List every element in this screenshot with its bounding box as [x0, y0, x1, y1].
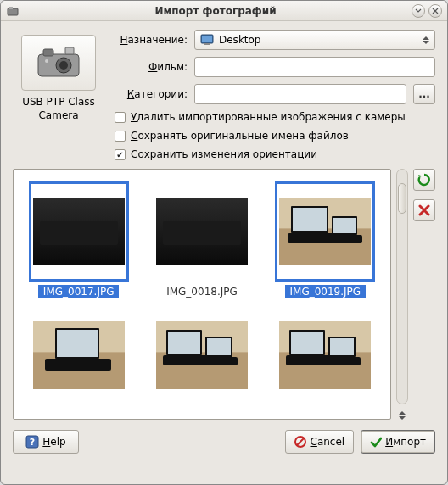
svg-point-7 [45, 59, 48, 63]
thumbnail-image [152, 181, 252, 282]
checkbox-icon [115, 131, 126, 142]
svg-text:?: ? [30, 437, 35, 448]
option-keep-orientation-row[interactable]: ✔ Сохранить изменения ориентации [115, 148, 435, 160]
thumbnail-caption: IMG_0016.JPG [285, 169, 367, 171]
svg-point-6 [59, 61, 68, 70]
option-keep-names-label: Сохранять оригинальные имена файлов [131, 130, 349, 142]
delete-icon [418, 204, 430, 216]
thumbnail-cell[interactable]: IMG_0015.JPG [143, 169, 260, 175]
checkbox-icon [115, 112, 126, 123]
categories-browse-button[interactable]: ... [413, 84, 435, 104]
svg-rect-0 [8, 8, 18, 15]
destination-combo[interactable]: Desktop [194, 30, 435, 50]
thumbnail-cell[interactable]: S6305505.JPG [20, 169, 137, 175]
film-label: Фильм: [115, 61, 188, 73]
cancel-icon [294, 436, 306, 448]
camera-icon [35, 46, 82, 80]
minimize-button[interactable] [412, 4, 425, 18]
titlebar: Импорт фотографий [1, 1, 447, 21]
thumbnail-frame: S6305505.JPG IMG_0015.JPG IMG_0016.JPG I… [13, 169, 391, 420]
thumbnail-cell[interactable] [143, 305, 260, 405]
thumbnail-cell[interactable] [267, 305, 384, 405]
option-keep-names-row[interactable]: Сохранять оригинальные имена файлов [115, 130, 435, 142]
thumbnail-image [29, 181, 129, 282]
thumbnail-caption: IMG_0015.JPG [161, 169, 243, 171]
option-delete-row[interactable]: Удалить импортированные изображения с ка… [115, 111, 435, 123]
checkbox-checked-icon: ✔ [115, 149, 126, 160]
help-button[interactable]: ? Help [13, 430, 79, 454]
thumbnail-image [29, 305, 129, 405]
thumbnail-caption: IMG_0019.JPG [285, 285, 367, 298]
dialog-content: USB PTP Class Camera Назначение: Desktop [1, 21, 447, 484]
combo-arrows-icon [423, 36, 429, 44]
desktop-icon [200, 34, 214, 46]
window-title: Импорт фотографий [20, 5, 412, 17]
form-panel: Назначение: Desktop [115, 30, 435, 160]
thumbnail-caption: S6305505.JPG [37, 169, 120, 171]
svg-rect-3 [43, 49, 53, 56]
scrollbar-thumb[interactable] [398, 183, 406, 214]
help-icon: ? [25, 435, 39, 449]
device-panel: USB PTP Class Camera [13, 30, 104, 160]
device-button[interactable] [21, 35, 96, 91]
svg-rect-9 [202, 36, 212, 42]
thumbnail-image [275, 305, 375, 405]
thumbnail-cell[interactable] [20, 305, 137, 405]
thumbnail-cell[interactable]: IMG_0019.JPG [267, 181, 384, 298]
destination-label: Назначение: [115, 34, 188, 46]
destination-value: Desktop [219, 34, 261, 46]
scroll-up-icon[interactable] [399, 411, 406, 415]
thumbnail-side-controls [396, 169, 408, 420]
thumbnail-caption: IMG_0017.JPG [38, 285, 120, 298]
thumbnail-cell[interactable]: IMG_0016.JPG [267, 169, 384, 175]
svg-line-14 [297, 438, 304, 445]
categories-label: Категории: [115, 88, 188, 100]
device-label: USB PTP Class Camera [13, 96, 104, 122]
rotate-button[interactable] [413, 169, 435, 191]
dialog-button-bar: ? Help Cancel Импорт [13, 420, 435, 454]
rotate-icon [417, 173, 431, 187]
thumbnail-image [275, 181, 375, 282]
app-icon [6, 4, 20, 18]
cancel-button[interactable]: Cancel [285, 430, 354, 454]
import-button[interactable]: Импорт [361, 430, 435, 454]
close-button[interactable] [428, 4, 442, 18]
thumbnail-caption: IMG_0018.JPG [161, 285, 243, 298]
dialog-window: Импорт фотографий [0, 0, 448, 485]
thumbnail-cell[interactable]: IMG_0017.JPG [20, 181, 137, 298]
ok-icon [370, 436, 382, 448]
categories-input[interactable] [194, 84, 406, 104]
svg-rect-4 [65, 47, 74, 54]
option-keep-orientation-label: Сохранить изменения ориентации [131, 148, 317, 160]
delete-button[interactable] [413, 199, 435, 221]
film-input[interactable] [194, 57, 435, 77]
thumbnail-image [152, 305, 252, 405]
thumbnail-grid: S6305505.JPG IMG_0015.JPG IMG_0016.JPG I… [14, 169, 390, 405]
thumbnail-cell[interactable]: IMG_0018.JPG [143, 181, 260, 298]
svg-rect-1 [9, 7, 13, 9]
svg-rect-10 [204, 43, 210, 45]
option-delete-label: Удалить импортированные изображения с ка… [131, 111, 406, 123]
vertical-scrollbar[interactable] [396, 169, 408, 404]
